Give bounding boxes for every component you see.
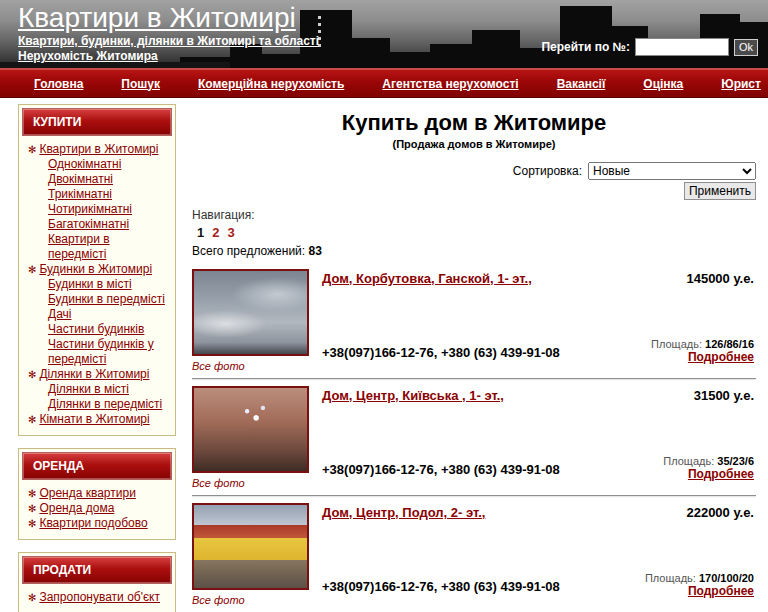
brand-block: Квартири в Житомирі Квартири, будинки, д… bbox=[18, 2, 319, 64]
listing-bottom: Площадь: 126/86/16 Подробнее bbox=[594, 338, 754, 364]
site-header: Квартири в Житомирі Квартири, будинки, д… bbox=[0, 0, 768, 68]
sidebar-link[interactable]: Ділянки в передмісті bbox=[48, 397, 162, 411]
all-photos-link[interactable]: Все фото bbox=[192, 477, 245, 489]
nav-item-3[interactable]: Комерційна нерухомість bbox=[198, 77, 344, 91]
goto-ok-button[interactable]: Ok bbox=[734, 39, 758, 56]
nav-item-5[interactable]: Вакансії bbox=[557, 77, 606, 91]
sidebar-link[interactable]: Квартири в передмісті bbox=[48, 232, 110, 261]
pagination: 123 bbox=[192, 225, 756, 240]
sidebar-link[interactable]: Дачі bbox=[48, 307, 71, 321]
pagination-label: Навигация: bbox=[192, 208, 756, 222]
listing-photo-cloudy-sky[interactable] bbox=[192, 269, 309, 356]
star-bullet-icon: ✻ bbox=[28, 488, 36, 499]
sidebar-link[interactable]: Квартири подобово bbox=[39, 516, 147, 530]
page-number-link[interactable]: 3 bbox=[227, 225, 234, 240]
sidebar-link[interactable]: Двокімнатні bbox=[48, 172, 113, 186]
sidebar: КУПИТИ ✻Квартири в ЖитомиріОднокімнатніД… bbox=[18, 104, 176, 612]
apply-row: Применить bbox=[192, 182, 756, 200]
listing-price: 145000 у.е. bbox=[594, 271, 754, 286]
sidebar-link[interactable]: Частини будинків у передмісті bbox=[48, 337, 154, 366]
site-title-link[interactable]: Квартири в Житомирі bbox=[18, 2, 296, 34]
sidebar-item: Будинки в передмісті bbox=[26, 292, 170, 307]
star-bullet-icon: ✻ bbox=[28, 369, 36, 380]
nav-item-1[interactable]: Головна bbox=[34, 77, 83, 91]
sidebar-item: Двокімнатні bbox=[26, 172, 170, 187]
listing-more-link[interactable]: Подробнее bbox=[594, 467, 754, 481]
nav-item-7[interactable]: Юрист bbox=[721, 77, 761, 91]
sidebar-item: ✻Будинки в Житомирі bbox=[26, 262, 170, 277]
listing-photo-yellow-house[interactable] bbox=[192, 503, 309, 590]
listing-info-column: Дом, Центр, Київська , 1- эт., +38(097)1… bbox=[322, 386, 594, 491]
sidebar-link[interactable]: Трикімнатні bbox=[48, 187, 112, 201]
listing-phone: +38(097)166-12-76, +380 (63) 439-91-08 bbox=[322, 462, 594, 477]
page-number-current: 1 bbox=[197, 225, 204, 240]
listing-title-link[interactable]: Дом, Центр, Подол, 2- эт., bbox=[322, 505, 594, 520]
listing-photo-column: Все фото bbox=[192, 269, 322, 374]
sidebar-section: ПРОДАТИ ✻Запропонувати об'єкт bbox=[18, 552, 176, 612]
sidebar-link[interactable]: Будинки в місті bbox=[48, 277, 132, 291]
page-subtitle: (Продажа домов в Житомире) bbox=[192, 138, 756, 150]
sidebar-link[interactable]: Однокімнатні bbox=[48, 157, 121, 171]
total-offers-label: Всего предложений: bbox=[192, 244, 305, 258]
all-photos-link[interactable]: Все фото bbox=[192, 360, 245, 372]
sidebar-link[interactable]: Оренда квартири bbox=[39, 486, 135, 500]
sidebar-item: ✻Квартири подобово bbox=[26, 516, 170, 531]
nav-item-2[interactable]: Пошук bbox=[121, 77, 160, 91]
sidebar-section-title: ОРЕНДА bbox=[22, 452, 172, 480]
listing-photo-interior[interactable] bbox=[192, 386, 309, 473]
listings-container: Все фото Дом, Корбутовка, Ганской, 1- эт… bbox=[192, 264, 756, 612]
listing-info-column: Дом, Центр, Подол, 2- эт., +38(097)166-1… bbox=[322, 503, 594, 608]
sidebar-link[interactable]: Частини будинків bbox=[48, 322, 144, 336]
listing-more-link[interactable]: Подробнее bbox=[594, 350, 754, 364]
listing-area: Площадь: 35/23/6 bbox=[594, 455, 754, 467]
listing-info-column: Дом, Корбутовка, Ганской, 1- эт., +38(09… bbox=[322, 269, 594, 374]
nav-item-4[interactable]: Агентства нерухомості bbox=[382, 77, 518, 91]
sidebar-item: ✻Запропонувати об'єкт bbox=[26, 590, 170, 605]
listing-more-link[interactable]: Подробнее bbox=[594, 584, 754, 598]
listing-price-column: 222000 у.е. Площадь: 170/100/20 Подробне… bbox=[594, 503, 756, 608]
sidebar-section: КУПИТИ ✻Квартири в ЖитомиріОднокімнатніД… bbox=[18, 104, 176, 436]
listing-title-link[interactable]: Дом, Центр, Київська , 1- эт., bbox=[322, 388, 594, 403]
sidebar-item: ✻Кімнати в Житомирі bbox=[26, 412, 170, 427]
all-photos-link[interactable]: Все фото bbox=[192, 594, 245, 606]
listing-title-link[interactable]: Дом, Корбутовка, Ганской, 1- эт., bbox=[322, 271, 594, 286]
sidebar-link[interactable]: Кімнати в Житомирі bbox=[39, 412, 149, 426]
page-number-link[interactable]: 2 bbox=[212, 225, 219, 240]
sidebar-link[interactable]: Оренда дома bbox=[39, 501, 114, 515]
sidebar-item: ✻Ділянки в Житомирі bbox=[26, 367, 170, 382]
listing-price-column: 145000 у.е. Площадь: 126/86/16 Подробнее bbox=[594, 269, 756, 374]
main-panel: Купить дом в Житомире (Продажа домов в Ж… bbox=[192, 98, 756, 612]
sidebar-link[interactable]: Чотирикімнатні bbox=[48, 202, 132, 216]
nav-item-6[interactable]: Оцінка bbox=[643, 77, 683, 91]
listing-row: Все фото Дом, Корбутовка, Ганской, 1- эт… bbox=[192, 264, 756, 374]
sidebar-section-title: КУПИТИ bbox=[22, 108, 172, 136]
goto-number-input[interactable] bbox=[635, 38, 729, 56]
site-subtitle-link-1[interactable]: Квартири, будинки, ділянки в Житомирі та… bbox=[18, 34, 319, 49]
total-offers: Всего предложений: 83 bbox=[192, 244, 756, 258]
sidebar-link[interactable]: Будинки в Житомирі bbox=[39, 262, 152, 276]
sidebar-link[interactable]: Багатокімнатні bbox=[48, 217, 129, 231]
sort-row: Сортировка: Новые bbox=[192, 162, 756, 180]
sidebar-link[interactable]: Ділянки в Житомирі bbox=[39, 367, 149, 381]
apply-button[interactable]: Применить bbox=[684, 182, 756, 200]
sidebar-link[interactable]: Ділянки в місті bbox=[48, 382, 129, 396]
page-title: Купить дом в Житомире bbox=[192, 110, 756, 136]
sidebar-item: Будинки в місті bbox=[26, 277, 170, 292]
sort-select[interactable]: Новые bbox=[588, 162, 756, 180]
goto-number-label: Перейти по №: bbox=[541, 40, 630, 54]
listing-bottom: Площадь: 35/23/6 Подробнее bbox=[594, 455, 754, 481]
sidebar-item: Частини будинків у передмісті bbox=[26, 337, 170, 367]
listing-price: 222000 у.е. bbox=[594, 505, 754, 520]
listing-photo-column: Все фото bbox=[192, 386, 322, 491]
listing-price-column: 31500 у.е. Площадь: 35/23/6 Подробнее bbox=[594, 386, 756, 491]
sidebar-link[interactable]: Квартири в Житомирі bbox=[39, 142, 158, 156]
sidebar-section-title: ПРОДАТИ bbox=[22, 556, 172, 584]
sidebar-link[interactable]: Запропонувати об'єкт bbox=[39, 590, 160, 604]
sidebar-section: ОРЕНДА ✻Оренда квартири✻Оренда дома✻Квар… bbox=[18, 448, 176, 540]
site-subtitle-link-2[interactable]: Нерухомість Житомира bbox=[18, 49, 319, 64]
sort-label: Сортировка: bbox=[513, 164, 582, 178]
sidebar-item: Ділянки в передмісті bbox=[26, 397, 170, 412]
sidebar-item: Багатокімнатні bbox=[26, 217, 170, 232]
sidebar-section-list: ✻Запропонувати об'єкт bbox=[22, 590, 172, 605]
sidebar-link[interactable]: Будинки в передмісті bbox=[48, 292, 165, 306]
